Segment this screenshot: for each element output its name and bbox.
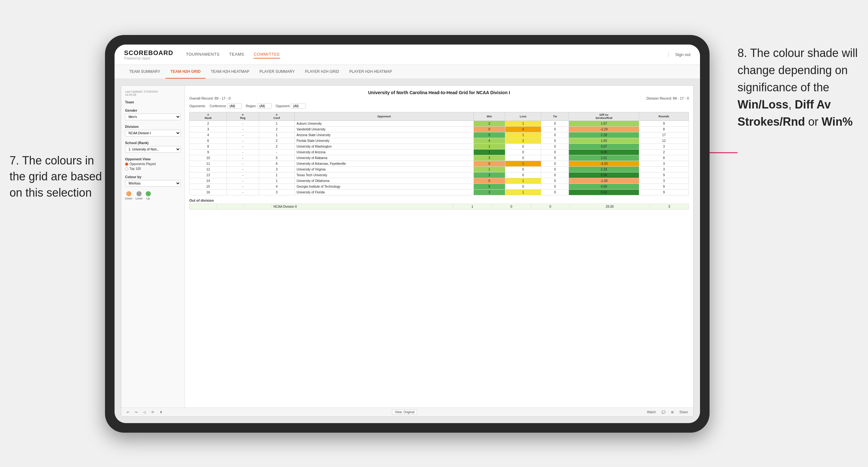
annotation-left: 7. The colours in the grid are based on … bbox=[9, 153, 105, 201]
td-diff: 2.28 bbox=[569, 132, 639, 138]
region-label: Region bbox=[246, 104, 256, 108]
nav-teams[interactable]: TEAMS bbox=[229, 51, 244, 59]
td-rank: 15 bbox=[190, 184, 227, 190]
undo-btn[interactable]: ↩ bbox=[125, 410, 131, 414]
team-section: Team bbox=[125, 100, 181, 104]
sign-out-link[interactable]: Sign out bbox=[669, 52, 690, 57]
view-label: View: Original bbox=[392, 409, 417, 415]
td-reg: - bbox=[227, 184, 259, 190]
th-tie: Tie bbox=[541, 112, 569, 121]
gender-section: Gender Men's bbox=[125, 108, 181, 120]
td-rounds: 9 bbox=[639, 190, 689, 195]
subnav-team-summary[interactable]: TEAM SUMMARY bbox=[124, 65, 165, 79]
subnav-team-h2h-heatmap[interactable]: TEAM H2H HEATMAP bbox=[206, 65, 254, 79]
conference-select[interactable]: (All) bbox=[227, 103, 242, 109]
td-reg: - bbox=[227, 161, 259, 167]
th-reg: #Reg bbox=[227, 112, 259, 121]
division-label: Division bbox=[125, 125, 181, 128]
td-win: 0 bbox=[473, 161, 505, 167]
td-win: 4 bbox=[473, 138, 505, 144]
td-tie: 0 bbox=[541, 150, 569, 155]
legend-up: Up bbox=[146, 191, 151, 200]
td-win: 3 bbox=[473, 155, 505, 161]
opponent-view-section: Opponent View Opponents Played Top 100 bbox=[125, 157, 181, 170]
od-rank bbox=[190, 204, 217, 210]
comment-btn[interactable]: 💬 bbox=[660, 410, 667, 414]
td-loss: 0 bbox=[505, 173, 541, 178]
od-reg bbox=[217, 204, 244, 210]
td-conf: 3 bbox=[259, 167, 294, 173]
share-btn[interactable]: Share bbox=[678, 410, 689, 414]
td-win: 1 bbox=[473, 150, 505, 155]
subnav-player-summary[interactable]: PLAYER SUMMARY bbox=[254, 65, 300, 79]
td-tie: 0 bbox=[541, 173, 569, 178]
watch-btn[interactable]: Watch bbox=[645, 410, 657, 414]
annotation-right: 8. The colour shade will change dependin… bbox=[738, 44, 859, 130]
td-win: 2 bbox=[473, 121, 505, 127]
back-btn[interactable]: ◁ bbox=[142, 410, 147, 414]
nav-tournaments[interactable]: TOURNAMENTS bbox=[186, 51, 220, 59]
right-viz: University of North Carolina Head-to-Hea… bbox=[185, 86, 693, 407]
radio-top100[interactable]: Top 100 bbox=[125, 167, 181, 170]
team-label: Team bbox=[125, 100, 181, 104]
division-select[interactable]: NCAA Division I bbox=[125, 130, 181, 136]
td-opponent: University of Arizona bbox=[294, 150, 474, 155]
viz-title: University of North Carolina Head-to-Hea… bbox=[189, 90, 689, 95]
td-rounds: 3 bbox=[639, 144, 689, 150]
colour-by-label: Colour by bbox=[125, 175, 181, 179]
nav-links: TOURNAMENTS TEAMS COMMITTEE bbox=[186, 51, 669, 59]
td-tie: 0 bbox=[541, 178, 569, 184]
nav-bar: SCOREBOARD Powered by clippd TOURNAMENTS… bbox=[115, 44, 700, 65]
td-reg: - bbox=[227, 155, 259, 161]
td-rounds: 8 bbox=[639, 155, 689, 161]
td-win: 1 bbox=[473, 167, 505, 173]
school-select[interactable]: 1. University of Nort... bbox=[125, 146, 181, 153]
td-loss: 0 bbox=[505, 167, 541, 173]
overall-record: Overall Record: 89 - 17 - 0 bbox=[189, 96, 231, 100]
out-division-table: NCAA Division II 1 0 0 26.00 3 bbox=[189, 204, 689, 210]
embed-btn[interactable]: ⊞ bbox=[670, 410, 675, 414]
td-tie: 0 bbox=[541, 144, 569, 150]
school-section: School (Rank) 1. University of Nort... bbox=[125, 141, 181, 153]
gender-select[interactable]: Men's bbox=[125, 114, 181, 120]
refresh-btn[interactable]: ⟳ bbox=[150, 410, 156, 414]
th-diff: Diff AvStrokes/Rnd bbox=[569, 112, 639, 121]
td-reg: - bbox=[227, 167, 259, 173]
subnav-team-h2h-grid[interactable]: TEAM H2H GRID bbox=[165, 65, 206, 79]
opponent-select[interactable]: (All) bbox=[291, 103, 306, 109]
od-loss: 0 bbox=[492, 204, 531, 210]
region-select[interactable]: (All) bbox=[257, 103, 272, 109]
td-loss: 1 bbox=[505, 161, 541, 167]
td-tie: 0 bbox=[541, 121, 569, 127]
td-tie: 0 bbox=[541, 138, 569, 144]
td-diff: -4.33 bbox=[569, 161, 639, 167]
tableau-viz: Last Updated: 27/03/2024 16:55:38 Team G… bbox=[121, 86, 693, 407]
td-loss: 0 bbox=[505, 184, 541, 190]
td-tie: 0 bbox=[541, 167, 569, 173]
td-loss: 1 bbox=[505, 178, 541, 184]
td-rounds: 12 bbox=[639, 138, 689, 144]
td-opponent: Florida State University bbox=[294, 138, 474, 144]
logo-area: SCOREBOARD Powered by clippd bbox=[124, 49, 173, 60]
th-win: Win bbox=[473, 112, 505, 121]
subnav-player-h2h-heatmap[interactable]: PLAYER H2H HEATMAP bbox=[344, 65, 397, 79]
td-opponent: University of Alabama bbox=[294, 155, 474, 161]
division-section: Division NCAA Division I bbox=[125, 125, 181, 136]
subnav-player-h2h-grid[interactable]: PLAYER H2H GRID bbox=[300, 65, 344, 79]
redo-btn[interactable]: ↪ bbox=[133, 410, 139, 414]
opponents-label: Opponents: bbox=[189, 104, 206, 108]
nav-committee[interactable]: COMMITTEE bbox=[254, 51, 280, 59]
legend-dot-down bbox=[126, 191, 131, 196]
out-of-division-label: Out of division bbox=[189, 198, 689, 202]
download-btn[interactable]: ⬇ bbox=[158, 410, 164, 414]
colour-by-section: Colour by Win/loss bbox=[125, 175, 181, 187]
colour-by-select[interactable]: Win/loss bbox=[125, 180, 181, 187]
viz-records: Overall Record: 89 - 17 - 0 Division Rec… bbox=[189, 96, 689, 100]
table-row: 15 - 4 Georgia Institute of Technology 5… bbox=[190, 184, 689, 190]
td-reg: - bbox=[227, 132, 259, 138]
radio-opponents-played[interactable]: Opponents Played bbox=[125, 162, 181, 166]
td-tie: 0 bbox=[541, 127, 569, 132]
th-rounds: Rounds bbox=[639, 112, 689, 121]
td-loss: 0 bbox=[505, 155, 541, 161]
td-rounds: 9 bbox=[639, 121, 689, 127]
